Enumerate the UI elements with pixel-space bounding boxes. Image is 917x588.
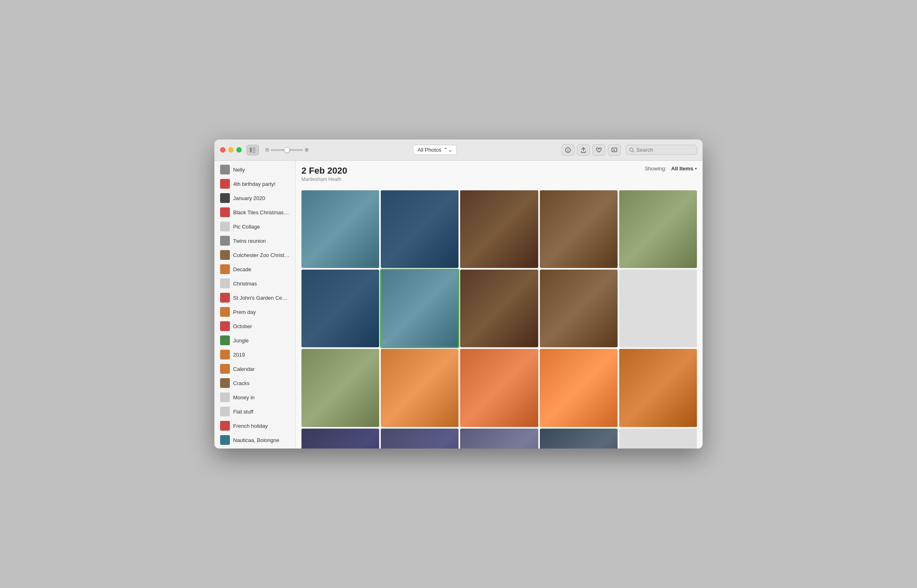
sidebar-item-nelly[interactable]: Nelly xyxy=(216,163,294,176)
sidebar-thumb xyxy=(220,179,230,189)
sidebar-item-4th-birthday[interactable]: 4th birthday party! xyxy=(216,177,294,191)
photo-cell[interactable]: ♡ xyxy=(381,270,458,347)
sidebar-item-label: Pic Collage xyxy=(233,224,290,230)
photo-cell[interactable] xyxy=(619,190,697,268)
sidebar-item-label: Calendar xyxy=(233,366,290,372)
sidebar-thumb xyxy=(220,435,230,445)
sidebar-item-gardens-castles[interactable]: Gardens and Castles xyxy=(216,447,294,449)
zoom-slider-container: ⊟ ⊞ xyxy=(265,147,308,152)
sidebar-item-decade[interactable]: Decade xyxy=(216,262,294,276)
sidebar-item-label: Christmas xyxy=(233,281,290,287)
sidebar-thumb xyxy=(220,207,230,217)
photo-area[interactable]: 2 Feb 2020 Martlesham Heath Showing: All… xyxy=(296,161,703,449)
showing-chevron-icon: ▾ xyxy=(695,166,697,171)
photo-cell[interactable] xyxy=(301,270,379,347)
sidebar-item-label: Prem day xyxy=(233,309,290,315)
search-icon xyxy=(629,148,634,152)
showing-value: All Items xyxy=(671,166,693,172)
sidebar-item-st-johns[interactable]: St John's Garden Centre C... xyxy=(216,291,294,305)
photo-cell[interactable] xyxy=(381,190,458,268)
photo-cell[interactable] xyxy=(301,349,379,427)
sidebar-item-calendar[interactable]: Calendar xyxy=(216,362,294,376)
sidebar-item-october[interactable]: October xyxy=(216,319,294,333)
photo-cell[interactable]: 0:16 xyxy=(540,429,618,449)
maximize-button[interactable] xyxy=(236,147,242,152)
photo-cell[interactable] xyxy=(540,349,618,427)
zoom-out-icon: ⊟ xyxy=(265,147,269,152)
sidebar-item-label: Twins reunion xyxy=(233,238,290,244)
photo-cell[interactable] xyxy=(381,349,458,427)
photo-cell[interactable] xyxy=(460,190,538,268)
sidebar-item-pic-collage[interactable]: Pic Collage xyxy=(216,220,294,233)
showing-text: Showing: xyxy=(645,166,666,172)
sidebar-thumb xyxy=(220,250,230,260)
sidebar-thumb xyxy=(220,378,230,388)
sidebar-item-label: French holiday xyxy=(233,423,290,429)
sidebar-thumb xyxy=(220,421,230,431)
photo-grid: ♡1:300:16 xyxy=(300,189,699,449)
photo-cell[interactable] xyxy=(540,190,618,268)
svg-rect-3 xyxy=(253,152,255,152)
photo-cell[interactable] xyxy=(301,429,379,449)
share-button[interactable] xyxy=(577,144,590,156)
sidebar-item-twins-reunion[interactable]: Twins reunion xyxy=(216,234,294,248)
sidebar-item-label: Decade xyxy=(233,266,290,272)
sidebar-item-french-holiday[interactable]: French holiday xyxy=(216,419,294,433)
heart-icon: ♡ xyxy=(382,340,387,346)
zoom-slider[interactable] xyxy=(271,149,303,151)
showing-filter[interactable]: Showing: All Items ▾ xyxy=(645,166,697,172)
photo-cell[interactable] xyxy=(460,270,538,347)
sidebar: Nelly4th birthday party!January 2020Blac… xyxy=(214,161,296,449)
search-box[interactable] xyxy=(626,145,697,155)
photo-cell[interactable] xyxy=(301,190,379,268)
sidebar-item-cracks[interactable]: Cracks xyxy=(216,376,294,390)
sidebar-item-money-in[interactable]: Money in xyxy=(216,390,294,404)
photo-cell[interactable] xyxy=(381,429,458,449)
photo-cell[interactable] xyxy=(619,429,697,449)
sidebar-item-jungle[interactable]: Jungle xyxy=(216,333,294,347)
sidebar-item-label: Nelly xyxy=(233,167,290,173)
sidebar-thumb xyxy=(220,222,230,231)
sidebar-item-label: Colchester Zoo Christmas xyxy=(233,252,290,258)
app-window: ⊟ ⊞ All Photos ⌃⌄ i xyxy=(214,139,703,449)
sidebar-item-christmas[interactable]: Christmas xyxy=(216,277,294,290)
sidebar-toggle-button[interactable] xyxy=(247,145,259,155)
sidebar-item-label: 2019 xyxy=(233,352,290,358)
sidebar-item-black-tiles[interactable]: Black Tiles Christmas part... xyxy=(216,205,294,219)
sidebar-thumb xyxy=(220,364,230,374)
slideshow-button[interactable] xyxy=(608,144,621,156)
titlebar: ⊟ ⊞ All Photos ⌃⌄ i xyxy=(214,139,703,161)
all-photos-dropdown[interactable]: All Photos ⌃⌄ xyxy=(413,145,457,155)
sidebar-thumb xyxy=(220,264,230,274)
all-photos-label: All Photos xyxy=(417,147,441,153)
photo-cell[interactable] xyxy=(619,270,697,347)
photo-cell[interactable] xyxy=(619,349,697,427)
sidebar-item-label: October xyxy=(233,323,290,329)
sidebar-item-colchester-zoo[interactable]: Colchester Zoo Christmas xyxy=(216,248,294,262)
photo-cell[interactable] xyxy=(460,349,538,427)
sidebar-thumb xyxy=(220,407,230,416)
sidebar-item-label: 4th birthday party! xyxy=(233,181,290,187)
close-button[interactable] xyxy=(220,147,225,152)
sidebar-thumb xyxy=(220,236,230,246)
svg-rect-0 xyxy=(250,148,252,152)
photo-location: Martlesham Heath xyxy=(301,176,347,182)
favorite-button[interactable] xyxy=(592,144,605,156)
sidebar-item-prem-day[interactable]: Prem day xyxy=(216,305,294,319)
sidebar-item-nauticaa[interactable]: Nauticaa, Bolongne xyxy=(216,433,294,447)
svg-rect-1 xyxy=(253,148,255,148)
main-area: Nelly4th birthday party!January 2020Blac… xyxy=(214,161,703,449)
sidebar-item-2019[interactable]: 2019 xyxy=(216,348,294,362)
sidebar-item-flat-stuff[interactable]: Flat stuff xyxy=(216,405,294,418)
zoom-in-icon: ⊞ xyxy=(305,147,308,152)
sidebar-item-january-2020[interactable]: January 2020 xyxy=(216,191,294,205)
photo-cell[interactable]: 1:30 xyxy=(460,429,538,449)
photo-cell[interactable] xyxy=(540,270,618,347)
info-button[interactable]: i xyxy=(561,144,574,156)
sidebar-item-label: Money in xyxy=(233,394,290,401)
sidebar-thumb xyxy=(220,165,230,174)
toolbar-actions: i xyxy=(561,144,621,156)
search-input[interactable] xyxy=(636,147,693,153)
svg-rect-2 xyxy=(253,150,255,150)
minimize-button[interactable] xyxy=(228,147,234,152)
